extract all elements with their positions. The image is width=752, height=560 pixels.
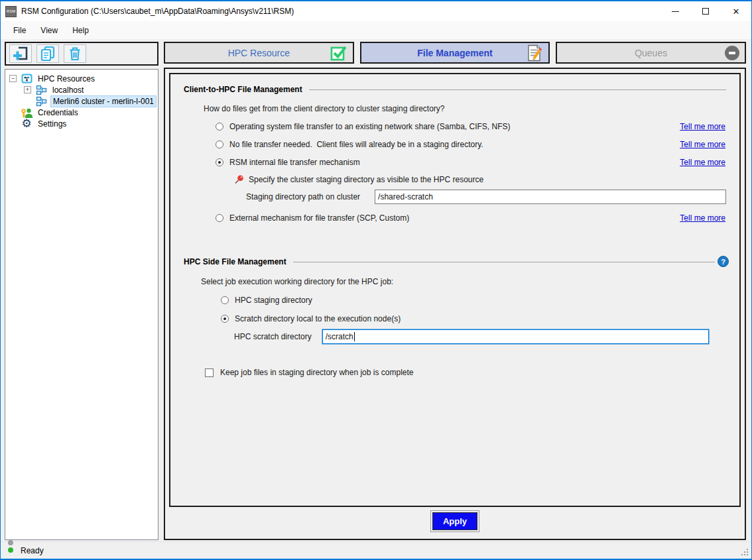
keep-files-checkbox[interactable]: [205, 368, 214, 377]
settings-gear-icon: ⚙: [21, 119, 32, 129]
text-cursor: [354, 332, 355, 341]
menu-file[interactable]: File: [6, 23, 33, 38]
radio-label: RSM internal file transfer mechanism: [229, 158, 360, 167]
status-indicator-icon: [8, 540, 13, 553]
statusbar: Ready: [1, 541, 751, 559]
file-management-content: Client-to-HPC File Management How do fil…: [169, 73, 741, 507]
app-icon: RSM: [5, 6, 17, 17]
tab-label: Queues: [635, 48, 667, 58]
tab-queues[interactable]: Queues: [556, 42, 746, 64]
close-button[interactable]: ✕: [721, 1, 751, 21]
option-rsm-internal: RSM internal file transfer mechanism Tel…: [216, 158, 729, 167]
file-management-outer-panel: Client-to-HPC File Management How do fil…: [164, 68, 746, 540]
scratch-directory-row: HPC scratch directory /scratch: [234, 329, 729, 344]
tab-hpc-resource[interactable]: HPC Resource: [164, 42, 354, 64]
section-tabs: HPC Resource File Management Queues: [164, 42, 746, 64]
add-resource-icon: [12, 45, 29, 62]
option-scratch-local: Scratch directory local to the execution…: [221, 314, 729, 323]
staging-directory-label: Staging directory path on cluster: [246, 192, 360, 201]
radio-hpc-staging[interactable]: [221, 296, 229, 304]
tab-file-management[interactable]: File Management: [360, 42, 550, 64]
tree-label[interactable]: Credentials: [36, 107, 80, 118]
tell-me-more-link-4[interactable]: Tell me more: [680, 213, 725, 223]
tree-label-selected[interactable]: Merlin6 cluster - merlin-l-001: [50, 95, 157, 107]
option-no-transfer: No file transfer needed. Client files wi…: [216, 140, 729, 149]
duplicate-resource-button[interactable]: [36, 44, 59, 63]
radio-label: Scratch directory local to the execution…: [235, 314, 401, 323]
minus-circle-icon: [725, 46, 739, 60]
option-external-mechanism: External mechanism for file transfer (SC…: [216, 213, 729, 223]
hpc-section-header: HPC Side File Management ?: [181, 256, 729, 267]
menu-view[interactable]: View: [33, 23, 65, 38]
radio-label: External mechanism for file transfer (SC…: [229, 213, 409, 223]
status-text: Ready: [21, 546, 44, 555]
resource-tree: − HPC Resources + localhost: [5, 69, 158, 540]
pin-note-text: Specify the cluster staging directory as…: [249, 175, 483, 184]
close-icon: ✕: [733, 7, 740, 16]
resize-grip[interactable]: [747, 554, 748, 555]
scratch-directory-label: HPC scratch directory: [234, 332, 312, 341]
delete-resource-icon: [66, 45, 84, 62]
radio-os-file-transfer[interactable]: [216, 123, 223, 131]
window-controls: ✕: [660, 1, 751, 21]
maximize-icon: [702, 8, 709, 15]
radio-label: No file transfer needed. Client files wi…: [229, 140, 483, 149]
staging-directory-row: Staging directory path on cluster /share…: [246, 190, 729, 204]
hpc-resources-icon: [21, 74, 32, 84]
divider: [309, 89, 726, 90]
radio-no-transfer[interactable]: [216, 140, 223, 148]
option-os-file-transfer: Operating system file transfer to an exi…: [216, 122, 729, 131]
menubar: File View Help: [1, 21, 751, 39]
keep-files-row: Keep job files in staging directory when…: [205, 368, 729, 377]
radio-scratch-local[interactable]: [221, 315, 229, 323]
add-resource-button[interactable]: [9, 44, 32, 63]
client-question: How do files get from the client directo…: [204, 104, 729, 113]
cluster-icon: [35, 85, 47, 95]
tree-item-merlin6-cluster[interactable]: Merlin6 cluster - merlin-l-001: [5, 95, 158, 107]
tell-me-more-link-3[interactable]: Tell me more: [680, 158, 725, 167]
radio-external-mechanism[interactable]: [216, 214, 223, 222]
radio-rsm-internal[interactable]: [216, 158, 223, 166]
tree-item-credentials[interactable]: Credentials: [5, 107, 158, 118]
staging-directory-value: /shared-scratch: [378, 192, 433, 201]
tree-item-localhost[interactable]: + localhost: [5, 84, 158, 95]
green-check-icon: [329, 44, 347, 62]
tree-label[interactable]: Settings: [36, 119, 68, 129]
pin-note-row: Specify the cluster staging directory as…: [234, 174, 729, 184]
tree-label[interactable]: HPC Resources: [36, 74, 97, 84]
tab-label: HPC Resource: [228, 48, 290, 58]
minimize-icon: [672, 11, 679, 12]
tree-item-settings[interactable]: ⚙ Settings: [5, 118, 158, 129]
radio-label: HPC staging directory: [235, 296, 312, 305]
tell-me-more-link-1[interactable]: Tell me more: [680, 122, 725, 131]
client-section-title: Client-to-HPC File Management: [181, 85, 302, 94]
tree-spacer: [9, 120, 17, 127]
apply-row: Apply: [169, 507, 741, 535]
resource-toolbar: [5, 42, 158, 66]
staging-directory-input[interactable]: /shared-scratch: [375, 190, 726, 204]
delete-resource-button[interactable]: [64, 44, 86, 63]
minimize-button[interactable]: [660, 1, 690, 21]
collapse-expander-icon[interactable]: −: [9, 75, 17, 82]
expand-expander-icon[interactable]: +: [24, 86, 31, 93]
tree-spacer: [9, 109, 17, 116]
divider: [293, 262, 715, 262]
rsm-configuration-window: RSM RSM Configuration (C:\Users\caubet_m…: [0, 0, 752, 560]
radio-label: Operating system file transfer to an exi…: [229, 122, 511, 131]
apply-button[interactable]: Apply: [432, 512, 477, 530]
menu-help[interactable]: Help: [65, 23, 96, 38]
credentials-icon: [21, 107, 32, 118]
scratch-directory-input[interactable]: /scratch: [322, 329, 709, 344]
tree-spacer: [24, 97, 31, 105]
scratch-directory-value: /scratch: [326, 332, 353, 341]
help-icon[interactable]: ?: [718, 256, 729, 267]
hpc-question: Select job execution working directory f…: [201, 277, 729, 286]
maximize-button[interactable]: [690, 1, 721, 21]
option-hpc-staging: HPC staging directory: [221, 296, 729, 305]
tree-label[interactable]: localhost: [50, 85, 86, 95]
tree-item-hpc-resources[interactable]: − HPC Resources: [5, 73, 158, 84]
tab-label: File Management: [417, 48, 493, 58]
cluster-icon: [35, 96, 47, 107]
tell-me-more-link-2[interactable]: Tell me more: [680, 140, 725, 149]
duplicate-resource-icon: [39, 45, 56, 62]
